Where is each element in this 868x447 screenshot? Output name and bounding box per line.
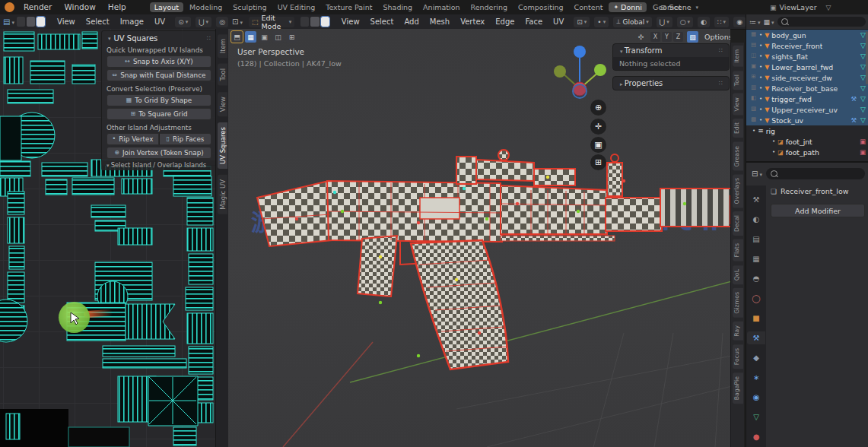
modifier-wrench-icon[interactable]: ⚒ (851, 95, 857, 103)
expand-dot-icon[interactable]: • (759, 64, 762, 70)
workspace-tab-content[interactable]: Content (570, 2, 608, 12)
proportional-edit-toggle[interactable]: ○▾ (677, 17, 693, 27)
outliner-row[interactable]: •▼side_receiver_dw▽ (746, 72, 868, 83)
viewport-menu-select[interactable]: Select (365, 17, 399, 26)
workspace-tab-shading[interactable]: Shading (379, 2, 418, 12)
expand-dot-icon[interactable]: • (772, 149, 775, 155)
zoom-button[interactable]: ⊕ (590, 100, 606, 116)
properties-tab-constraints[interactable]: ◆ (748, 351, 765, 364)
camera-view-button[interactable]: ▣ (590, 137, 606, 153)
viewport-sidebar-tab-view[interactable]: View (733, 94, 743, 116)
editmode-mesh-data-icon[interactable]: ▽ (860, 31, 866, 39)
uv-sidebar-tab-view[interactable]: View (218, 92, 227, 116)
expand-dot-icon[interactable]: • (759, 43, 762, 49)
viewlayer-selector[interactable]: ▣ ViewLayer ▽ (770, 0, 831, 14)
expand-dot-icon[interactable]: • (759, 32, 762, 38)
outliner-row[interactable]: •▼Stock_uv⚒▽ (746, 115, 868, 125)
properties-tab-material[interactable]: ● (748, 430, 765, 443)
editmode-mesh-data-icon[interactable]: ▽ (860, 106, 866, 113)
outliner-row[interactable]: •▼Upper_receiver_uv▽ (746, 104, 868, 115)
shading-sphere-icon[interactable]: ◐ (698, 17, 710, 27)
properties-search-input[interactable] (766, 168, 865, 179)
uv-blend-icon[interactable]: ◎ (216, 17, 228, 27)
editmode-mesh-data-icon[interactable]: ▽ (860, 116, 866, 124)
properties-tab-tool[interactable]: ⚒ (748, 193, 765, 206)
uv-select-edge-button[interactable] (27, 17, 35, 27)
workspace-tab-texture-paint[interactable]: Texture Paint (321, 2, 377, 12)
workspace-tab-animation[interactable]: Animation (418, 2, 464, 12)
curve-data-icon[interactable]: ▣ (860, 138, 866, 145)
expand-dot-icon[interactable]: • (759, 74, 762, 81)
viewport-sidebar-tab-tool[interactable]: Tool (733, 71, 743, 90)
outliner-row[interactable]: •▼sights_flat▽ (746, 51, 868, 62)
viewport-menu-face[interactable]: Face (520, 17, 548, 26)
to-grid-by-shape-button[interactable]: ▦To Grid By Shape (107, 94, 211, 106)
panel-drag-handle-icon[interactable]: ∷ (207, 35, 211, 42)
topbar-menu-render[interactable]: Render (17, 0, 58, 14)
uv-menu-image[interactable]: Image (115, 17, 149, 26)
overlays-toggle[interactable]: ∷▾ (714, 17, 729, 27)
outliner-child-row[interactable]: • ◪ foot_path ▣ (746, 147, 868, 157)
workspace-tab-compositing[interactable]: Compositing (513, 2, 568, 12)
viewport-menu-view[interactable]: View (336, 17, 365, 26)
uv-editor-type-icon[interactable]: ▤▾ (3, 17, 14, 26)
uv-sidebar-tab-tool[interactable]: Tool (218, 64, 227, 86)
snap-to-axis-button[interactable]: ↔Snap to Axis (X/Y) (107, 55, 211, 68)
outliner-row[interactable]: •▼body_gun▽ (746, 30, 868, 40)
properties-tab-render[interactable]: ◐ (748, 213, 765, 226)
expand-dot-icon[interactable]: • (772, 138, 775, 144)
editmode-mesh-data-icon[interactable]: ▽ (860, 84, 866, 92)
rip-faces-toggle[interactable]: ▯Rip Faces (159, 133, 211, 145)
viewport-sidebar-tab-bagapie[interactable]: BagaPie (733, 372, 743, 404)
uv-menu-view[interactable]: View (52, 17, 81, 26)
properties-tab-view-layer[interactable]: ▦ (748, 252, 765, 265)
viewport-sidebar-tab-decal[interactable]: Decal (733, 211, 743, 236)
axis-negative-z-ball[interactable] (572, 84, 587, 99)
scene-selector[interactable]: ⊞ Scene ▾ (660, 0, 698, 14)
uv-sidebar-tab-uv-squares[interactable]: UV Squares (218, 122, 227, 169)
viewport-menu-edge[interactable]: Edge (490, 17, 520, 26)
collapsed-subpanel[interactable]: ▾ Select Island / Overlap Islands (101, 160, 232, 170)
expand-dot-icon[interactable]: • (759, 117, 762, 123)
properties-tab-object-data[interactable]: ▽ (748, 411, 765, 423)
editmode-mesh-data-icon[interactable]: ▽ (860, 74, 866, 81)
outliner-collection-row[interactable]: • ≡ rig (746, 125, 868, 136)
expand-dot-icon[interactable]: • (759, 53, 762, 59)
join-vertex-button[interactable]: ⊕Join Vertex (Token Snap) (107, 147, 211, 159)
expand-dot-icon[interactable]: • (752, 128, 755, 134)
properties-tab-scene[interactable]: ◓ (748, 272, 765, 285)
editmode-mesh-data-icon[interactable]: ▽ (860, 52, 866, 60)
face-select-button[interactable] (321, 17, 329, 27)
uv-sidebar-tab-item[interactable]: Item (218, 34, 227, 58)
rip-vertex-toggle[interactable]: •Rip Vertex (107, 133, 159, 145)
expand-dot-icon[interactable]: • (759, 106, 762, 113)
snap-target-dropdown[interactable]: •▾ (594, 17, 609, 27)
outliner-child-row[interactable]: • ◪ foot_jnt ▣ (746, 136, 868, 147)
viewport-menu-add[interactable]: Add (399, 17, 424, 26)
properties-tab-physics[interactable]: ◉ (748, 391, 765, 404)
vertex-select-button[interactable] (300, 17, 309, 27)
viewport-sidebar-tab-grease[interactable]: Grease (733, 142, 743, 171)
snap-magnet-toggle[interactable]: ⋃▾ (657, 17, 672, 27)
expand-dot-icon[interactable]: • (759, 96, 762, 102)
topbar-menu-help[interactable]: Help (102, 0, 132, 14)
viewport-menu-mesh[interactable]: Mesh (424, 17, 455, 26)
viewport-sidebar-tab-ray[interactable]: Ray (733, 322, 743, 341)
properties-subpanel[interactable]: ▸ Properties ∷ (612, 76, 730, 90)
viewport-editor-type-icon[interactable]: ⊡▾ (232, 17, 243, 26)
xray-toggle[interactable]: ◉ (733, 17, 746, 27)
rifle-model[interactable] (228, 29, 730, 447)
outliner-filter-icon[interactable]: ≔▾ (749, 18, 761, 26)
snap-equal-distance-button[interactable]: ⇔Snap with Equal Distance (107, 69, 211, 81)
workspace-tab-uv-editing[interactable]: UV Editing (273, 2, 320, 12)
workspace-tab-layout[interactable]: Layout (150, 2, 183, 12)
outliner-search-input[interactable] (777, 17, 866, 27)
ortho-grid-button[interactable]: ⊞ (590, 154, 606, 170)
workspace-tab-sculpting[interactable]: Sculpting (228, 2, 271, 12)
outliner-row[interactable]: •▼trigger_fwd⚒▽ (746, 94, 868, 104)
uv-pivot-dropdown[interactable]: ⊙▾ (175, 17, 191, 27)
viewport-menu-vertex[interactable]: Vertex (455, 17, 490, 26)
workspace-tab-donni[interactable]: ✦Donni (609, 2, 647, 12)
mode-dropdown[interactable]: ⬚ Edit Mode ▾ (249, 17, 294, 27)
uv-select-face-button[interactable] (37, 17, 45, 27)
